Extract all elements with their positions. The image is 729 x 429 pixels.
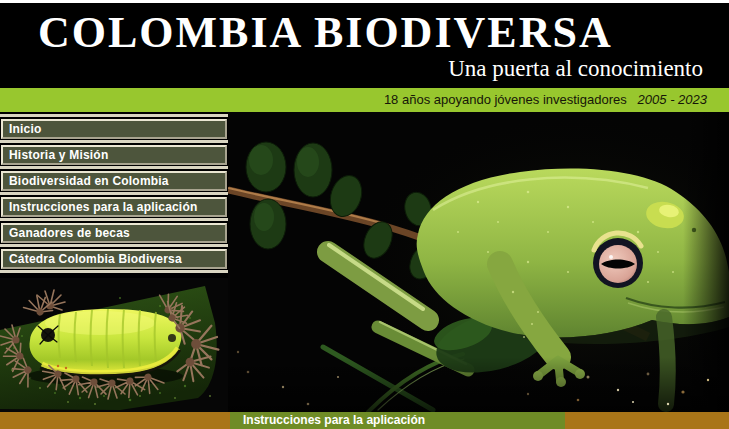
sidebar-item-label: Biodiversidad en Colombia	[9, 174, 169, 188]
menu-divider	[0, 166, 228, 169]
menu-divider	[0, 218, 228, 221]
sidebar-item-instrucciones-para-la-aplicacion[interactable]: Instrucciones para la aplicación	[1, 197, 227, 217]
site-header: COLOMBIA BIODIVERSA Una puerta al conoci…	[0, 3, 729, 88]
sidebar-item-biodiversidad-en-colombia[interactable]: Biodiversidad en Colombia	[1, 171, 227, 191]
anniversary-years: 2005 - 2023	[638, 92, 707, 107]
menu-divider	[0, 192, 228, 195]
site-title: COLOMBIA BIODIVERSA	[0, 3, 729, 58]
sidebar-item-label: Inicio	[9, 122, 42, 136]
anniversary-text: 18 años apoyando jóvenes investigadores	[384, 92, 627, 107]
menu-divider	[0, 270, 228, 273]
anniversary-banner: 18 años apoyando jóvenes investigadores …	[0, 88, 729, 112]
site-subtitle: Una puerta al conocimiento	[0, 56, 729, 82]
main-content: Inicio Historia y Misión Biodiversidad e…	[0, 112, 729, 412]
frog-photo	[228, 112, 729, 412]
caterpillar-photo	[0, 278, 228, 413]
menu-divider	[0, 244, 228, 247]
sidebar-item-inicio[interactable]: Inicio	[1, 119, 227, 139]
sidebar-item-historia-y-mision[interactable]: Historia y Misión	[1, 145, 227, 165]
sidebar-item-label: Instrucciones para la aplicación	[9, 200, 197, 214]
footer-section-label: Instrucciones para la aplicación	[230, 412, 565, 429]
colombia-biodiversa-page: COLOMBIA BIODIVERSA Una puerta al conoci…	[0, 0, 729, 429]
menu-divider	[0, 140, 228, 143]
sidebar-item-catedra-colombia-biodiversa[interactable]: Cátedra Colombia Biodiversa	[1, 249, 227, 269]
menu-divider	[0, 114, 228, 117]
left-column: Inicio Historia y Misión Biodiversidad e…	[0, 112, 228, 412]
footer-bar: Instrucciones para la aplicación	[0, 412, 729, 429]
sidebar-item-label: Cátedra Colombia Biodiversa	[9, 252, 182, 266]
footer-gold-left	[0, 412, 230, 429]
footer-section-text: Instrucciones para la aplicación	[243, 413, 425, 427]
footer-gold-right	[565, 412, 729, 429]
sidebar-item-label: Ganadores de becas	[9, 226, 130, 240]
sidebar-item-ganadores-de-becas[interactable]: Ganadores de becas	[1, 223, 227, 243]
sidebar-item-label: Historia y Misión	[9, 148, 108, 162]
sidebar-menu: Inicio Historia y Misión Biodiversidad e…	[0, 112, 228, 278]
